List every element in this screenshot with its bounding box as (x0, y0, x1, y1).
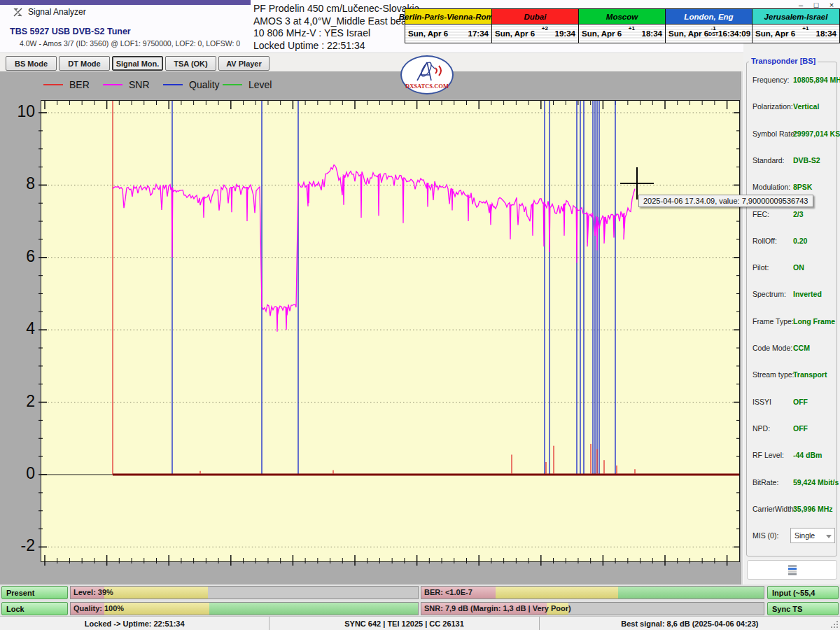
transponder-row-pilot: Pilot:ON (747, 261, 838, 275)
clock-utc-offset (448, 24, 468, 26)
legend-label: Level (248, 79, 272, 90)
tuner-title: TBS 5927 USB DVB-S2 Tuner (10, 27, 131, 36)
input-badge: Input (~55,4 Mbps) (767, 586, 839, 599)
satellite-dish-icon (410, 59, 447, 83)
legend-line-swatch (163, 84, 183, 85)
transponder-row-symbolrate: Symbol Rate:29997,014 KS/s (747, 127, 838, 141)
field-value: 10805,894 MHz (793, 76, 840, 84)
clock-name: Moscow (579, 9, 665, 24)
tab-tsa-ok-[interactable]: TSA (OK) (165, 56, 216, 71)
site-info: PF Prodelin 450 cm/Lučenec-Slovakia AMOS… (253, 3, 404, 52)
transponder-row-fec: FEC:2/3 (747, 208, 838, 222)
field-value: CCM (793, 344, 810, 352)
chevron-down-icon (826, 535, 832, 538)
legend-snr: SNR (103, 78, 150, 91)
world-clocks: Berlin-Paris-Vienna-RomaSun, Apr 617:34D… (405, 8, 840, 43)
snr-trace (113, 165, 635, 332)
bar-fill-segment (496, 587, 618, 598)
tab-signal-mon-[interactable]: Signal Mon. (112, 56, 163, 71)
resize-grip[interactable] (830, 620, 839, 629)
transponder-row-frametype: Frame Type:Long Frame (747, 315, 838, 329)
value-tooltip: 2025-04-06 17.34.09, value: 7,9000000953… (638, 195, 813, 207)
clock-date: Sun, Apr 6 (495, 29, 535, 38)
mis-select[interactable]: Single (790, 528, 835, 543)
signal-analyzer-window: Signal Analyzer – □ × TBS 5927 USB DVB-S… (0, 0, 840, 630)
window-title: Signal Analyzer (28, 7, 86, 17)
clock-date: Sun, Apr 6 (755, 29, 795, 38)
field-value: 59,424 Mbit/s (793, 478, 839, 486)
statusbar-best-signal: Best signal: 8,6 dB (2025-04-06 04:23) (539, 617, 840, 630)
field-label: RollOff: (752, 237, 777, 245)
stream-list-button[interactable] (747, 560, 837, 580)
y-tick-label: 0 (7, 464, 35, 483)
clock-time-row: Sun, Apr 6+118:34 (752, 24, 839, 42)
field-label: CarrierWidth: (752, 505, 796, 513)
field-label: Frame Type: (752, 317, 794, 326)
y-tick-label: 8 (7, 174, 35, 193)
transponder-row-npd: NPD:OFF (747, 422, 838, 436)
clock-time: 19:34 (555, 29, 575, 38)
clock-name: Jerusalem-Israel (752, 9, 839, 24)
bottom-status-strip: Present Lock Level: 39% Quality: 100% BE… (0, 584, 840, 616)
tab-dt-mode[interactable]: DT Mode (59, 56, 110, 71)
field-value: OFF (793, 398, 808, 406)
field-label: RF Level: (752, 451, 784, 459)
transponder-row-rflevel: RF Level:-44 dBm (747, 449, 838, 463)
legend-line-swatch (223, 84, 242, 85)
level-bar-label: Level: 39% (74, 587, 113, 598)
clock-time-row: Sun, Apr 6+219:34 (492, 24, 578, 42)
legend-line-swatch (103, 84, 122, 85)
clock-date: Sun, Apr 6 (582, 29, 622, 38)
legend-quality: Quality (163, 78, 220, 91)
statusbar: Locked -> Uptime: 22:51:34 SYNC 642 | TE… (0, 616, 840, 630)
field-label: MIS (0): (752, 531, 778, 540)
field-label: Frequency: (752, 76, 790, 84)
logo-text: DXSATCS.COM (405, 83, 449, 90)
field-label: Spectrum: (752, 290, 786, 298)
clock-date: Sun, Apr 6 (408, 29, 448, 38)
quality-bar-label: Quality: 100% (74, 603, 124, 615)
transponder-row-mis0: MIS (0):Single (747, 529, 838, 543)
field-value: Vertical (793, 102, 819, 111)
ber-bar: BER: <1.0E-7 (421, 586, 764, 599)
ber-bar-label: BER: <1.0E-7 (424, 587, 472, 598)
y-tick-label: 2 (7, 392, 35, 411)
field-value: 0.20 (793, 237, 807, 245)
tuner-detail: 4.0W - Amos 3/7 (ID: 3560) @ LOF1: 97500… (20, 39, 240, 48)
field-value: Inverted (793, 290, 822, 298)
bar-fill-segment (618, 587, 764, 598)
clock-time: 17:34 (468, 29, 489, 38)
field-value: -44 dBm (793, 451, 822, 459)
bar-fill-segment (209, 603, 418, 615)
y-tick-label: 6 (7, 247, 35, 266)
clock-name: Berlin-Paris-Vienna-Roma (405, 9, 491, 24)
field-value: 29997,014 KS/s (793, 130, 840, 138)
list-icon (788, 564, 797, 575)
level-bar: Level: 39% (70, 586, 419, 599)
clock-0: Berlin-Paris-Vienna-RomaSun, Apr 617:34 (405, 9, 492, 43)
legend-label: SNR (129, 79, 150, 90)
field-label: FEC: (752, 210, 769, 218)
titlebar-accent (0, 0, 251, 5)
signal-plot[interactable] (41, 100, 740, 562)
quality-bar: Quality: 100% (70, 602, 419, 615)
clock-time-row: Sun, Apr 617:34 (405, 24, 491, 42)
clock-utc-offset: +1 (622, 24, 641, 31)
clock-2: MoscowSun, Apr 6+118:34 (579, 9, 666, 43)
field-label: Symbol Rate: (752, 130, 797, 138)
tab-av-player[interactable]: AV Player (218, 56, 270, 71)
field-label: NPD: (752, 424, 770, 433)
tab-bs-mode[interactable]: BS Mode (6, 56, 57, 71)
field-value: ON (793, 263, 804, 272)
snr-bar-label: SNR: 7,9 dB (Margin: 1,3 dB | Very Poor) (424, 603, 571, 615)
legend-label: Quality (189, 79, 220, 90)
field-value: 8PSK (793, 183, 812, 191)
clock-time: 16:34:09 (718, 29, 750, 38)
transponder-row-spectrum: Spectrum:Inverted (747, 288, 838, 302)
field-value: 2/3 (793, 210, 804, 218)
y-tick-label: 4 (7, 319, 35, 338)
field-value: Long Frame (793, 317, 835, 326)
snr-bar: SNR: 7,9 dB (Margin: 1,3 dB | Very Poor) (421, 602, 764, 615)
field-label: Standard: (752, 156, 785, 164)
clock-name: London, Eng (666, 9, 752, 24)
